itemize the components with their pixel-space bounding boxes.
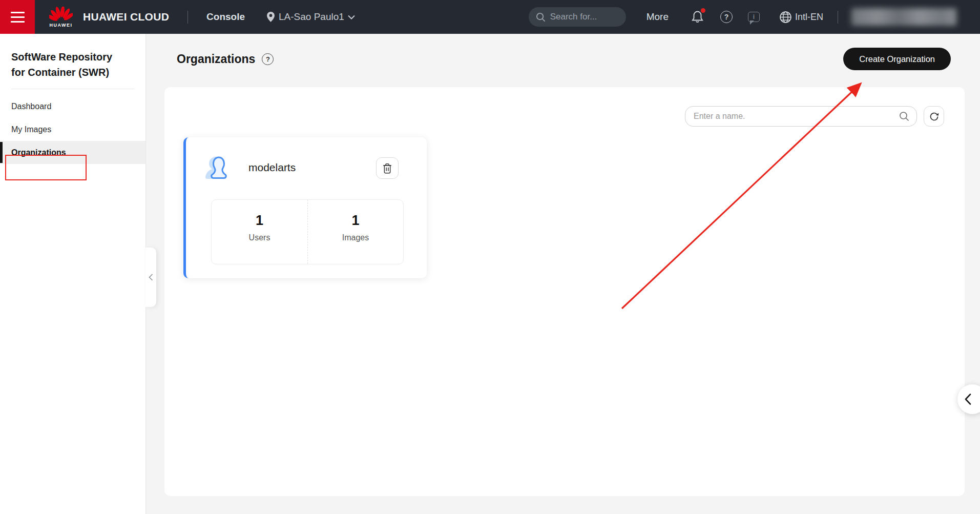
sidebar: SoftWare Repository for Container (SWR) … [0,34,146,514]
huawei-logo[interactable]: HUAWEI [49,7,73,28]
organization-name: modelarts [248,161,296,174]
notification-badge [701,8,705,13]
huawei-logo-text: HUAWEI [50,23,73,28]
main-menu-button[interactable] [0,0,35,34]
service-title: SoftWare Repository for Container (SWR) [11,49,128,80]
more-menu[interactable]: More [647,11,669,23]
page-help-icon[interactable]: ? [262,53,274,65]
organization-avatar-icon [203,151,236,184]
search-icon [536,12,546,22]
top-navbar: HUAWEI HUAWEI CLOUD Console LA-Sao Paulo… [0,0,980,34]
region-label: LA-Sao Paulo1 [279,11,344,23]
stat-images: 1 Images [307,200,403,264]
sidebar-item-organizations[interactable]: Organizations [0,141,145,164]
users-label: Users [249,233,270,242]
sidebar-item-dashboard[interactable]: Dashboard [0,95,145,118]
search-icon[interactable] [899,111,909,121]
console-link[interactable]: Console [206,11,245,23]
delete-organization-button[interactable] [376,157,399,179]
selected-indicator-bar [0,142,3,163]
help-button[interactable]: ? [720,11,733,23]
help-icon: ? [720,11,733,23]
swr-organizations-page: HUAWEI HUAWEI CLOUD Console LA-Sao Paulo… [0,0,980,514]
global-search-input[interactable] [550,12,612,22]
hamburger-icon [11,12,25,13]
notifications-button[interactable] [691,10,704,24]
page-header: Organizations ? [177,48,274,70]
trash-icon [382,163,392,174]
sidebar-item-my-images[interactable]: My Images [0,118,145,141]
chevron-left-icon [149,274,153,281]
chevron-left-icon [965,394,971,405]
organization-card[interactable]: modelarts 1 Users 1 [183,137,427,278]
page-title: Organizations [177,52,255,66]
navbar-divider [187,11,188,24]
feedback-button[interactable]: i [748,12,760,22]
chevron-down-icon [348,15,355,19]
huawei-flower-icon [49,7,73,22]
sidebar-divider [11,89,134,89]
organizations-panel: modelarts 1 Users 1 [164,87,965,496]
navbar-divider [838,11,838,24]
sidebar-nav: Dashboard My Images Organizations [0,95,145,164]
language-selector[interactable]: Intl-EN [779,11,823,24]
refresh-button[interactable] [924,106,944,127]
feedback-icon: i [748,12,760,22]
name-filter [685,106,917,127]
brand-title: HUAWEI CLOUD [83,11,169,23]
global-search[interactable] [529,7,626,27]
location-pin-icon [266,11,275,23]
refresh-icon [929,111,940,122]
organization-stats: 1 Users 1 Images [211,199,404,264]
locale-label: Intl-EN [795,12,823,23]
create-organization-button[interactable]: Create Organization [843,48,951,70]
users-count: 1 [256,213,263,229]
region-selector[interactable]: LA-Sao Paulo1 [266,11,355,23]
account-name-blurred[interactable] [851,8,956,26]
main-content: Organizations ? Create Organization [146,34,980,514]
name-filter-input[interactable] [685,106,917,127]
images-count: 1 [351,213,359,229]
globe-icon [779,11,792,24]
images-label: Images [342,233,369,242]
sidebar-collapse-handle[interactable] [145,248,156,307]
stat-users: 1 Users [212,200,307,264]
